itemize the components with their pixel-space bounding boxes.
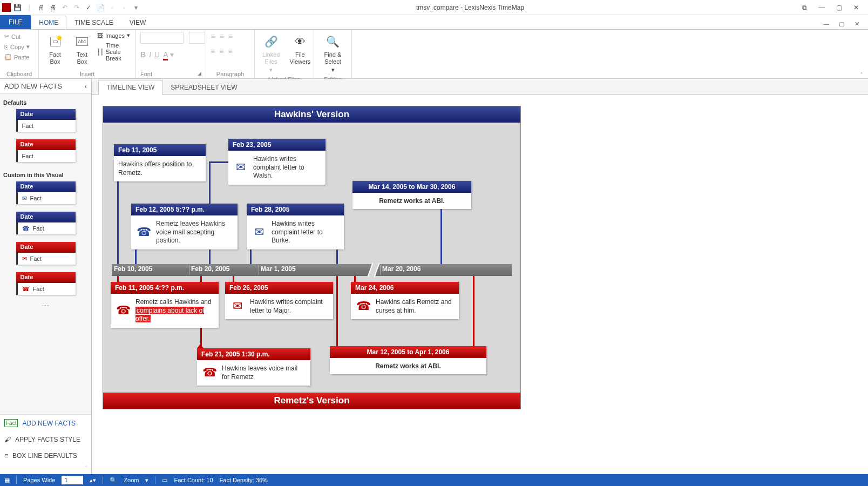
letter-icon: ✉ [251, 220, 267, 245]
tab-spreadsheet-view[interactable]: SPREADSHEET VIEW [162, 80, 245, 95]
timescale-break [367, 263, 379, 277]
fact-remetz-voicemail[interactable]: Feb 12, 2005 5:?? p.m. ☎Remetz leaves Ha… [131, 204, 238, 249]
qat-dropdown-icon[interactable]: ▾ [131, 2, 141, 13]
custom-blue-phone-card[interactable]: Date ☎Fact [16, 212, 76, 234]
findselect-button[interactable]: 🔍 Find & Select ▾ [318, 32, 347, 75]
link-applyfactsstyle[interactable]: 🖌APPLY FACTS STYLE [0, 431, 91, 448]
side-panel-scroll[interactable]: Defaults Date Fact Date Fact Custom in t… [0, 94, 91, 414]
fact-hawkins-curses[interactable]: Mar 24, 2006 ☎Hawkins calls Remetz and c… [351, 282, 459, 319]
print-preview-icon[interactable]: 🖨 [48, 2, 58, 13]
maximize-icon[interactable]: ▢ [831, 2, 846, 13]
disabled-icon-2: ▫ [119, 2, 130, 13]
paste-icon: 📋 [4, 53, 12, 60]
side-panel-heading[interactable]: ADD NEW FACTS ‹ [0, 79, 91, 94]
mdi-restore-icon[interactable]: ⧉ [797, 2, 812, 13]
doc-icon: ✉ [22, 195, 27, 202]
window-title: tmsv_compare - LexisNexis TimeMap [144, 4, 797, 11]
collapse-side-icon[interactable]: ‹ [85, 82, 87, 90]
font-color-button[interactable]: A ▾ [163, 50, 173, 59]
timeline-bottom-title: Remetz's Version [103, 393, 520, 409]
break-icon: ⎮⎮ [97, 49, 104, 56]
fact-hawkins-walsh[interactable]: Feb 23, 2005 ✉Hawkins writes complaint l… [228, 139, 326, 185]
redo-icon[interactable]: ↷ [71, 2, 82, 13]
cut-icon: ✂ [4, 33, 9, 40]
minimize-icon[interactable]: — [814, 2, 829, 13]
italic-button[interactable]: I [149, 50, 151, 59]
fact-hawkins-burke[interactable]: Feb 28, 2005 ✉Hawkins writes complaint l… [247, 204, 344, 249]
font-dialog-icon[interactable]: ◢ [198, 71, 201, 77]
qat-sep: | [24, 2, 35, 13]
zoom-icon[interactable]: 🔍 [110, 477, 117, 484]
custom-blue-doc-card[interactable]: Date ✉Fact [16, 181, 76, 204]
range-remetz-abi-bottom[interactable]: Mar 12, 2005 to Apr 1, 2006 Remetz works… [330, 346, 486, 374]
viewers-icon: 👁 [291, 33, 309, 50]
range-remetz-abi-top[interactable]: Mar 14, 2005 to Mar 30, 2006 Remetz work… [352, 181, 471, 209]
quick-access-toolbar: 💾 | 🖨 🖨 ↶ ↷ ✓ 📄 ▫ ▫ ▾ [0, 2, 144, 13]
insert-group-label: Insert [43, 70, 131, 77]
ribbon-collapse[interactable]: ˆ [855, 30, 868, 78]
default-red-card[interactable]: Date Fact [16, 139, 76, 162]
letter-icon: ✉ [233, 155, 249, 180]
fact-hawkins-major[interactable]: Feb 26, 2005 ✉Hawkins writes complaint l… [225, 282, 333, 319]
side-panel-links: FactADD NEW FACTS 🖌APPLY FACTS STYLE ≡BO… [0, 414, 91, 474]
mdi-close-icon[interactable]: ✕ [851, 18, 863, 29]
tab-timescale[interactable]: TIME SCALE [66, 16, 121, 29]
card-fact-blue: Fact [16, 120, 76, 132]
bold-button[interactable]: B [140, 50, 146, 59]
fileviewers-button[interactable]: 👁 File Viewers [286, 32, 314, 66]
font-family-select[interactable] [140, 32, 184, 44]
status-bar: ▦ Pages Wide ▴▾ 🔍 Zoom ▾ ▭ Fact Count: 1… [0, 474, 868, 486]
brush-icon: 🖌 [4, 436, 11, 443]
lines-icon: ≡ [4, 452, 8, 460]
fact-hawkins-offers[interactable]: Feb 11, 2005 Hawkins offers position to … [114, 144, 206, 181]
zoom-dropdown-icon[interactable]: ▾ [145, 477, 148, 484]
custom-red-phone-card[interactable]: Date ☎Fact [16, 272, 76, 295]
timeline-axis: Feb 10, 2005 Feb 20, 2005 Mar 1, 2005 Ma… [112, 264, 512, 276]
font-group-label: Font [140, 71, 152, 77]
custom-red-doc-card[interactable]: Date ✉Fact [16, 242, 76, 265]
align-middle-button[interactable]: ≡ [219, 47, 223, 56]
align-center-button[interactable]: ≡ [219, 32, 223, 40]
spellcheck-icon[interactable]: ✓ [83, 2, 94, 13]
paste-button[interactable]: 📋Paste [4, 52, 29, 62]
ribbon-group-editing: 🔍 Find & Select ▾ Editing [314, 30, 352, 78]
find-icon: 🔍 [324, 33, 342, 50]
underline-button[interactable]: U [154, 50, 160, 59]
fact-remetz-calls[interactable]: Feb 11, 2005 4:?? p.m. ☎Remetz calls Haw… [111, 282, 219, 328]
undo-icon[interactable]: ↶ [59, 2, 70, 13]
close-icon[interactable]: ✕ [849, 2, 864, 13]
stepper-icon[interactable]: ▴▾ [90, 477, 96, 484]
textbox-button[interactable]: abc Text Box [70, 32, 94, 66]
default-blue-card[interactable]: Date Fact [16, 109, 76, 132]
align-left-button[interactable]: ≡ [211, 32, 215, 40]
tab-file[interactable]: FILE [0, 15, 31, 29]
align-top-button[interactable]: ≡ [211, 47, 215, 56]
chevron-down-icon[interactable]: ˇ [0, 464, 91, 474]
pages-wide-input[interactable] [62, 476, 83, 484]
ribbon-group-paragraph: ≡ ≡ ≡ ≡ ≡ ≡ Paragraph [206, 30, 255, 78]
fact-icon: Fact [4, 419, 18, 427]
font-size-select[interactable] [189, 32, 205, 44]
link-boxlinedefaults[interactable]: ≡BOX LINE DEFAULTS [0, 448, 91, 464]
timescalebreak-button[interactable]: ⎮⎮Time Scale Break [97, 42, 131, 62]
cut-button[interactable]: ✂Cut [4, 32, 21, 41]
zoom-label: Zoom [124, 477, 139, 483]
mdi-maximize-icon[interactable]: ▢ [836, 18, 847, 29]
fact-hawkins-voicemail[interactable]: Feb 21, 2005 1:30 p.m. ☎Hawkins leaves v… [197, 348, 310, 386]
link-addnewfacts[interactable]: FactADD NEW FACTS [0, 415, 91, 431]
tab-timeline-view[interactable]: TIMELINE VIEW [98, 80, 162, 95]
newpage-icon[interactable]: 📄 [95, 2, 106, 13]
timeline-canvas[interactable]: Hawkins' Version Feb 11, 2005 Hawkins of… [92, 95, 868, 474]
tab-home[interactable]: HOME [31, 16, 66, 29]
align-right-button[interactable]: ≡ [228, 32, 232, 40]
images-button[interactable]: 🖼Images ▾ [97, 32, 131, 39]
copy-button[interactable]: ⎘Copy ▾ [4, 42, 30, 51]
align-bottom-button[interactable]: ≡ [228, 47, 232, 56]
linkedfiles-button[interactable]: 🔗 Linked Files ▾ [259, 32, 283, 75]
grid-icon[interactable]: ▦ [4, 477, 10, 484]
save-icon[interactable]: 💾 [12, 2, 23, 13]
mdi-minimize-icon[interactable]: — [820, 18, 832, 29]
print-icon[interactable]: 🖨 [36, 2, 46, 13]
factbox-button[interactable]: ▭ Fact Box [43, 32, 67, 66]
tab-view[interactable]: VIEW [121, 16, 154, 29]
